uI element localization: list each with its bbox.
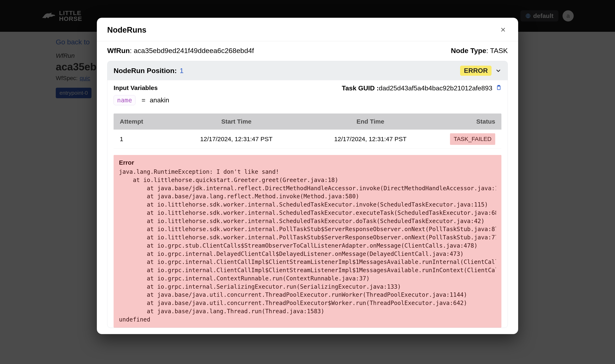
close-button[interactable] bbox=[498, 25, 508, 35]
attempt-number: 1 bbox=[120, 136, 169, 143]
task-guid-label: Task GUID : bbox=[342, 84, 379, 92]
attempts-table: Attempt Start Time End Time Status 1 12/… bbox=[114, 114, 501, 149]
wfrun-meta-value: aca35ebd9ed241f49ddeea6c268ebd4f bbox=[134, 47, 254, 54]
noderuns-modal: NodeRuns WfRun: aca35ebd9ed241f49ddeea6c… bbox=[97, 18, 518, 334]
input-vars-heading: Input Variables bbox=[114, 84, 169, 91]
col-status: Status bbox=[437, 118, 495, 125]
modal-title: NodeRuns bbox=[107, 26, 147, 34]
attempt-status-chip: TASK_FAILED bbox=[450, 133, 495, 145]
error-heading: Error bbox=[119, 159, 496, 166]
nodetype-value: TASK bbox=[490, 47, 508, 54]
input-var-name: name bbox=[114, 95, 135, 105]
modal-body: WfRun: aca35ebd9ed241f49ddeea6c268ebd4f … bbox=[97, 41, 518, 334]
input-var-row: name = anakin bbox=[114, 95, 169, 105]
meta-row: WfRun: aca35ebd9ed241f49ddeea6c268ebd4f … bbox=[107, 47, 508, 55]
close-icon bbox=[500, 27, 506, 32]
col-start: Start Time bbox=[169, 118, 303, 125]
collapse-toggle[interactable] bbox=[495, 68, 501, 74]
attempt-end: 12/17/2024, 12:31:47 PST bbox=[303, 136, 437, 143]
noderun-position-label: NodeRun Position: bbox=[114, 67, 177, 75]
chevron-down-icon bbox=[495, 68, 501, 74]
col-end: End Time bbox=[303, 118, 437, 125]
noderun-card: NodeRun Position: 1 ERROR Input Variable… bbox=[107, 61, 508, 328]
noderun-header[interactable]: NodeRun Position: 1 ERROR bbox=[107, 61, 508, 80]
attempt-row[interactable]: 1 12/17/2024, 12:31:47 PST 12/17/2024, 1… bbox=[114, 130, 501, 149]
modal-header: NodeRuns bbox=[97, 18, 518, 41]
task-guid-value: dad25d43af5a4b4bac92b21012afe893 bbox=[379, 84, 492, 92]
error-trace[interactable]: java.lang.RuntimeException: I don't like… bbox=[119, 168, 496, 324]
attempts-header-row: Attempt Start Time End Time Status bbox=[114, 114, 501, 130]
wfrun-meta-label: WfRun bbox=[107, 47, 130, 54]
clipboard-icon bbox=[496, 85, 501, 90]
error-block: Error java.lang.RuntimeException: I don'… bbox=[114, 155, 501, 328]
input-var-value: anakin bbox=[150, 96, 169, 104]
nodetype-label: Node Type bbox=[451, 47, 486, 54]
noderun-position-link[interactable]: 1 bbox=[180, 67, 184, 75]
attempt-start: 12/17/2024, 12:31:47 PST bbox=[169, 136, 303, 143]
noderun-status-chip: ERROR bbox=[460, 66, 492, 76]
input-var-equals: = bbox=[140, 96, 147, 104]
copy-guid-button[interactable] bbox=[496, 84, 501, 92]
col-attempt: Attempt bbox=[120, 118, 169, 125]
